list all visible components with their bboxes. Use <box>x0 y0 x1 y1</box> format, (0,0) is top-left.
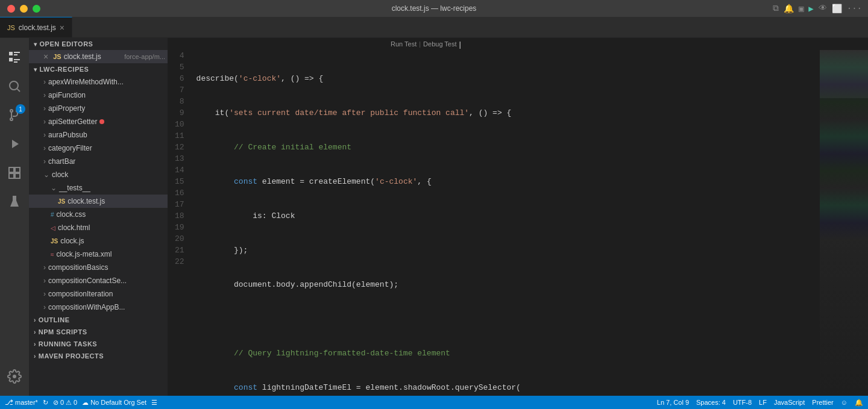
preview-icon[interactable]: 👁 <box>819 4 827 13</box>
file-js-icon: JS <box>58 198 65 205</box>
status-menu[interactable]: ☰ <box>151 399 157 407</box>
line-num-20: 20 <box>175 233 184 245</box>
sidebar-item-apiproperty[interactable]: › apiProperty <box>29 102 168 115</box>
activity-test[interactable] <box>0 187 29 216</box>
folder-expanded-icon: ⌄ <box>43 170 49 179</box>
sidebar-item-chartbar[interactable]: › chartBar <box>29 155 168 168</box>
status-org[interactable]: ☁ No Default Org Set <box>82 399 146 407</box>
code-line-8: is: Clock <box>197 210 820 222</box>
open-file-js-icon: JS <box>53 53 61 60</box>
activity-run[interactable] <box>0 130 29 158</box>
source-control-badge: 1 <box>16 104 25 114</box>
close-button[interactable] <box>7 5 15 13</box>
main-layout: 1 ▾ OPEN EDITORS <box>0 38 868 396</box>
folder-collapsed-icon: › <box>43 276 46 285</box>
minimap-viewport[interactable] <box>820 50 868 98</box>
outline-chevron: › <box>34 317 36 323</box>
folder-collapsed-icon: › <box>43 104 46 113</box>
file-label: clock.js <box>60 237 84 245</box>
split-icon[interactable]: ⬜ <box>832 4 842 14</box>
sidebar-item-apifunction[interactable]: › apiFunction <box>29 89 168 102</box>
running-tasks-header[interactable]: › RUNNING TASKS <box>29 338 168 350</box>
outline-header[interactable]: › OUTLINE <box>29 314 168 326</box>
sidebar-item-clock[interactable]: ⌄ clock <box>29 168 168 181</box>
line-num-5: 5 <box>175 61 184 73</box>
code-content[interactable]: describe('c-clock', () => { it('sets cur… <box>192 50 820 396</box>
layout-icon[interactable]: ▣ <box>799 4 804 14</box>
sidebar-open-file-clock-test[interactable]: × JS clock.test.js force-app/m... <box>29 50 168 63</box>
tab-clock-test[interactable]: JS clock.test.js × <box>0 17 72 37</box>
folder-label: auraPubsub <box>48 131 87 139</box>
file-html-icon: ◁ <box>51 225 55 231</box>
sidebar: ▾ OPEN EDITORS × JS clock.test.js force-… <box>29 38 168 396</box>
sidebar-item-aurapubsub[interactable]: › auraPubsub <box>29 128 168 142</box>
encoding-label: UTF-8 <box>733 399 752 406</box>
lwc-recipes-header[interactable]: ▾ LWC-RECIPES <box>29 63 168 75</box>
status-formatter[interactable]: Prettier <box>812 399 833 406</box>
activity-source-control[interactable]: 1 <box>0 101 29 130</box>
sidebar-item-compositioncontact[interactable]: › compositionContactSe... <box>29 274 168 287</box>
npm-scripts-header[interactable]: › NPM SCRIPTS <box>29 326 168 338</box>
sidebar-item-apisettergetter[interactable]: › apiSetterGetter <box>29 115 168 128</box>
code-line-11 <box>197 313 820 325</box>
error-count: 0 <box>60 399 64 406</box>
menu-icon: ☰ <box>151 399 157 407</box>
minimize-button[interactable] <box>20 5 28 13</box>
sidebar-item-clock-meta[interactable]: ≈ clock.js-meta.xml <box>29 248 168 261</box>
sidebar-item-clock-html[interactable]: ◁ clock.html <box>29 221 168 234</box>
activity-search[interactable] <box>0 72 29 101</box>
code-line-6: // Create initial element <box>197 142 820 153</box>
status-notifications[interactable]: 🔔 <box>855 399 863 407</box>
split-editor-icon[interactable]: ⧉ <box>773 4 779 13</box>
status-language[interactable]: JavaScript <box>774 399 805 406</box>
folder-collapsed-icon: › <box>43 131 46 139</box>
window-controls[interactable] <box>7 5 40 13</box>
run-test-link[interactable]: Run Test <box>391 40 417 48</box>
sidebar-item-categoryfilter[interactable]: › categoryFilter <box>29 142 168 155</box>
title-bar-actions[interactable]: ⧉ 🔔 ▣ ▶ 👁 ⬜ ··· <box>773 4 862 14</box>
folder-collapsed-icon: › <box>43 263 46 272</box>
sidebar-item-apexwire[interactable]: › apexWireMethodWith... <box>29 75 168 89</box>
maven-label: MAVEN PROJECTS <box>39 352 104 360</box>
status-sync[interactable]: ↻ <box>43 399 48 407</box>
sidebar-item-compositionbasics[interactable]: › compositionBasics <box>29 261 168 274</box>
npm-label: NPM SCRIPTS <box>39 328 87 336</box>
npm-chevron: › <box>34 329 36 336</box>
open-editors-header[interactable]: ▾ OPEN EDITORS <box>29 38 168 50</box>
status-right: Ln 7, Col 9 Spaces: 4 UTF-8 LF JavaScrip… <box>657 399 863 407</box>
open-file-close-icon[interactable]: × <box>43 52 48 61</box>
open-file-label: clock.test.js <box>64 52 122 61</box>
status-encoding[interactable]: UTF-8 <box>733 399 752 406</box>
tab-js-icon: JS <box>7 24 15 31</box>
code-lens-separator: | <box>419 40 421 48</box>
maven-projects-header[interactable]: › MAVEN PROJECTS <box>29 350 168 362</box>
code-line-9: }); <box>197 245 820 256</box>
sidebar-item-clock-css[interactable]: # clock.css <box>29 208 168 221</box>
code-editor[interactable]: 4 5 6 7 8 9 10 11 12 13 14 15 16 17 18 1… <box>168 50 868 396</box>
status-branch[interactable]: ⎇ master* <box>5 398 38 407</box>
activity-settings[interactable] <box>0 362 29 391</box>
more-icon[interactable]: ··· <box>847 4 862 13</box>
status-spaces[interactable]: Spaces: 4 <box>696 399 726 406</box>
status-line-ending[interactable]: LF <box>759 399 767 406</box>
notification-icon[interactable]: 🔔 <box>784 4 794 14</box>
tab-close-button[interactable]: × <box>60 23 64 33</box>
status-errors[interactable]: ⊘ 0 ⚠ 0 <box>53 399 77 407</box>
sync-icon: ↻ <box>43 399 48 407</box>
debug-test-link[interactable]: Debug Test <box>423 40 456 48</box>
sidebar-item-clock-test-js[interactable]: JS clock.test.js <box>29 195 168 208</box>
activity-explorer[interactable] <box>0 43 29 72</box>
folder-collapsed-icon: › <box>43 303 46 311</box>
activity-extensions[interactable] <box>0 158 29 187</box>
run-icon[interactable]: ▶ <box>808 4 813 14</box>
sidebar-item-compositioniteration[interactable]: › compositionIteration <box>29 287 168 301</box>
sidebar-item-tests[interactable]: ⌄ __tests__ <box>29 181 168 195</box>
code-line-7: const element = createElement('c-clock',… <box>197 176 820 187</box>
maximize-button[interactable] <box>33 5 40 13</box>
running-tasks-label: RUNNING TASKS <box>39 340 97 348</box>
status-position[interactable]: Ln 7, Col 9 <box>657 399 689 406</box>
sidebar-item-compositionwithapp[interactable]: › compositionWithAppB... <box>29 301 168 314</box>
minimap[interactable] <box>820 50 868 396</box>
status-feedback[interactable]: ☺ <box>841 399 848 406</box>
sidebar-item-clock-js[interactable]: JS clock.js <box>29 234 168 248</box>
